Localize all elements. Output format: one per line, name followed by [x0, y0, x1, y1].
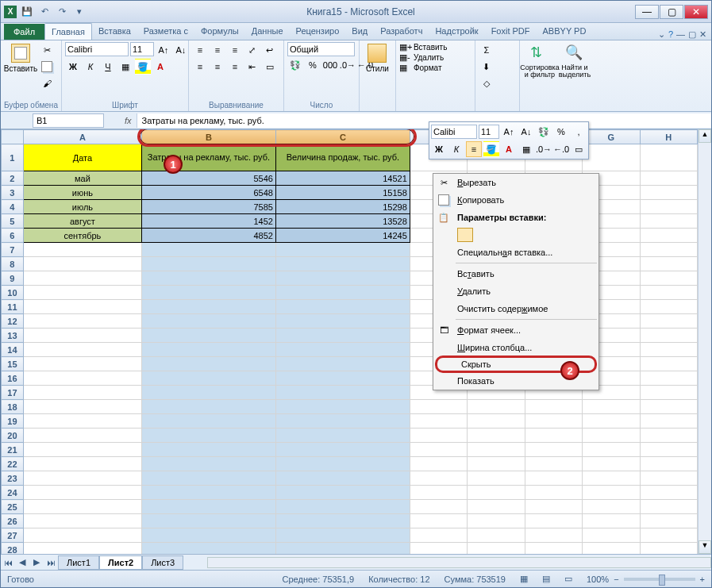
cell-C27[interactable]	[275, 528, 410, 543]
cell-B11[interactable]	[141, 300, 275, 314]
cell-B9[interactable]	[141, 271, 275, 286]
cell-H16[interactable]	[640, 371, 698, 386]
qat-undo-icon[interactable]: ↶	[37, 5, 52, 19]
cell-G23[interactable]	[583, 471, 640, 486]
row-header-9[interactable]: 9	[2, 271, 24, 286]
cell-H4[interactable]	[640, 200, 698, 214]
cell-H11[interactable]	[640, 300, 698, 314]
minimize-ribbon-icon[interactable]: ⌄	[658, 29, 665, 40]
cell-H7[interactable]	[640, 243, 698, 257]
sheet-nav-first[interactable]: ⏮	[1, 558, 15, 567]
cell-G22[interactable]	[583, 457, 640, 471]
cell-B21[interactable]	[141, 443, 275, 457]
cell-A12[interactable]	[23, 314, 141, 329]
align-left-icon[interactable]: ≡	[192, 59, 208, 75]
row-header-16[interactable]: 16	[2, 371, 24, 386]
mini-size-combo[interactable]: 11	[479, 125, 499, 139]
cell-G18[interactable]	[583, 400, 640, 414]
cell-H18[interactable]	[640, 400, 698, 414]
copy-button[interactable]	[39, 59, 55, 75]
row-header-22[interactable]: 22	[2, 457, 24, 471]
cell-A2[interactable]: май	[23, 171, 141, 186]
cell-G25[interactable]	[583, 500, 640, 514]
ctx-paste-special[interactable]: Специальная вставка...	[433, 244, 598, 261]
row-header-28[interactable]: 28	[2, 543, 24, 555]
cell-C18[interactable]	[275, 400, 410, 414]
cell-B5[interactable]: 1452	[141, 214, 275, 229]
cell-B20[interactable]	[141, 429, 275, 443]
cell-F20[interactable]	[525, 429, 582, 443]
qat-dropdown-icon[interactable]: ▾	[72, 5, 87, 19]
mini-comma-icon[interactable]: ,	[571, 124, 587, 140]
cell-B10[interactable]	[141, 286, 275, 300]
doc-restore-icon[interactable]: ▢	[688, 29, 696, 40]
sheet-tab-Лист2[interactable]: Лист2	[99, 555, 142, 570]
cell-C26[interactable]	[275, 514, 410, 528]
ctx-cut[interactable]: ✂Вырезать	[433, 174, 598, 191]
cell-F28[interactable]	[525, 543, 582, 555]
cell-B1[interactable]: Затраты на рекламу, тыс. руб.	[141, 144, 275, 171]
cell-C14[interactable]	[275, 343, 410, 357]
select-all-corner[interactable]	[2, 130, 24, 144]
zoom-in-icon[interactable]: +	[700, 575, 705, 584]
cell-A10[interactable]	[23, 286, 141, 300]
mini-currency-icon[interactable]: 💱	[536, 124, 552, 140]
cell-C16[interactable]	[275, 371, 410, 386]
cell-C3[interactable]: 15158	[275, 186, 410, 200]
cell-D19[interactable]	[410, 414, 467, 429]
zoom-out-icon[interactable]: −	[614, 575, 618, 584]
cell-A19[interactable]	[23, 414, 141, 429]
row-header-14[interactable]: 14	[2, 343, 24, 357]
cell-B2[interactable]: 5546	[141, 171, 275, 186]
cell-B28[interactable]	[141, 543, 275, 555]
sheet-nav-prev[interactable]: ◀	[15, 557, 29, 567]
horizontal-scrollbar[interactable]	[207, 557, 711, 568]
cell-B18[interactable]	[141, 400, 275, 414]
indent-dec-icon[interactable]: ⇤	[244, 59, 260, 75]
cell-G24[interactable]	[583, 486, 640, 500]
close-button[interactable]: ✕	[684, 5, 708, 19]
italic-button[interactable]: К	[83, 59, 98, 75]
cell-B16[interactable]	[141, 371, 275, 386]
cell-H17[interactable]	[640, 386, 698, 400]
cell-H19[interactable]	[640, 414, 698, 429]
cell-A26[interactable]	[23, 514, 141, 528]
cell-C2[interactable]: 14521	[275, 171, 410, 186]
cell-A17[interactable]	[23, 386, 141, 400]
cell-C12[interactable]	[275, 314, 410, 329]
cell-F18[interactable]	[525, 400, 582, 414]
cell-H15[interactable]	[640, 357, 698, 371]
cell-B7[interactable]	[141, 243, 275, 257]
cell-A20[interactable]	[23, 429, 141, 443]
sheet-tab-Лист3[interactable]: Лист3	[142, 555, 183, 570]
cell-G19[interactable]	[583, 414, 640, 429]
row-header-2[interactable]: 2	[2, 171, 24, 186]
cell-A27[interactable]	[23, 528, 141, 543]
cell-F24[interactable]	[525, 486, 582, 500]
font-name-combo[interactable]: Calibri	[65, 42, 129, 56]
merge-icon[interactable]: ▭	[262, 59, 278, 75]
column-header-G[interactable]: G	[583, 130, 640, 144]
row-header-10[interactable]: 10	[2, 286, 24, 300]
mini-grow-font-icon[interactable]: A↑	[501, 124, 517, 140]
tab-abbyy pd[interactable]: ABBYY PD	[537, 23, 593, 40]
minimize-button[interactable]: —	[635, 5, 659, 19]
cell-C1[interactable]: Величина продаж, тыс. руб.	[275, 144, 410, 171]
cell-C25[interactable]	[275, 500, 410, 514]
zoom-slider[interactable]	[624, 578, 695, 581]
cell-B3[interactable]: 6548	[141, 186, 275, 200]
row-header-21[interactable]: 21	[2, 443, 24, 457]
cell-C15[interactable]	[275, 357, 410, 371]
row-header-15[interactable]: 15	[2, 357, 24, 371]
clear-icon[interactable]: ◇	[479, 75, 495, 91]
row-header-13[interactable]: 13	[2, 329, 24, 343]
cell-B12[interactable]	[141, 314, 275, 329]
cell-E21[interactable]	[468, 443, 525, 457]
shrink-font-icon[interactable]: A↓	[173, 42, 189, 58]
cell-B17[interactable]	[141, 386, 275, 400]
percent-icon[interactable]: %	[305, 57, 321, 73]
cell-A25[interactable]	[23, 500, 141, 514]
tab-file[interactable]: Файл	[4, 24, 44, 40]
tab-надстройк[interactable]: Надстройк	[429, 23, 484, 40]
styles-button[interactable]: Стили	[363, 42, 392, 75]
